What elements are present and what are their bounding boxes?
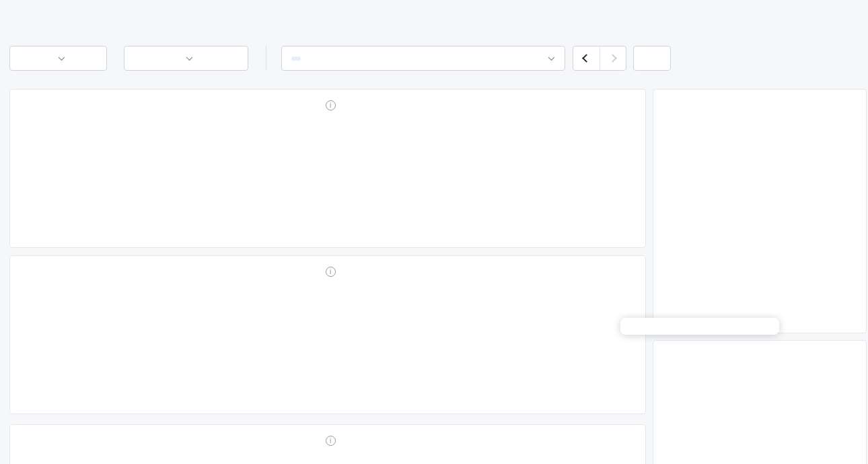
summary-title — [653, 90, 866, 104]
time-prev-button[interactable] — [573, 46, 600, 70]
info-icon[interactable]: i — [326, 267, 336, 277]
time-next-button[interactable] — [600, 46, 626, 70]
chevron-down-icon — [186, 54, 192, 61]
info-icon[interactable]: i — [326, 100, 336, 110]
controls-divider — [266, 46, 266, 71]
dashboard-dropdown[interactable] — [124, 46, 248, 71]
time-step-buttons — [573, 46, 626, 71]
sql-queries-chart[interactable] — [15, 127, 641, 243]
service-latency-chart[interactable] — [15, 294, 641, 409]
chart-hover-tooltip — [620, 318, 779, 335]
time-range-badge — [291, 57, 301, 61]
replicas-per-node-card: i — [9, 424, 646, 464]
chevron-right-icon — [608, 54, 617, 63]
info-icon[interactable]: i — [326, 436, 336, 446]
time-range-selector[interactable] — [281, 46, 565, 71]
overview-dashboard-page: i i i — [0, 0, 868, 464]
graph-dropdown[interactable] — [9, 46, 107, 71]
summary-panel — [653, 89, 867, 333]
now-button[interactable] — [633, 46, 671, 71]
service-latency-card: i — [9, 255, 646, 414]
chevron-down-icon — [58, 54, 65, 61]
chevron-left-icon — [582, 54, 591, 63]
events-title — [653, 341, 866, 356]
chevron-down-icon — [548, 54, 555, 61]
events-panel — [653, 340, 867, 464]
sql-queries-card: i — [9, 89, 646, 248]
